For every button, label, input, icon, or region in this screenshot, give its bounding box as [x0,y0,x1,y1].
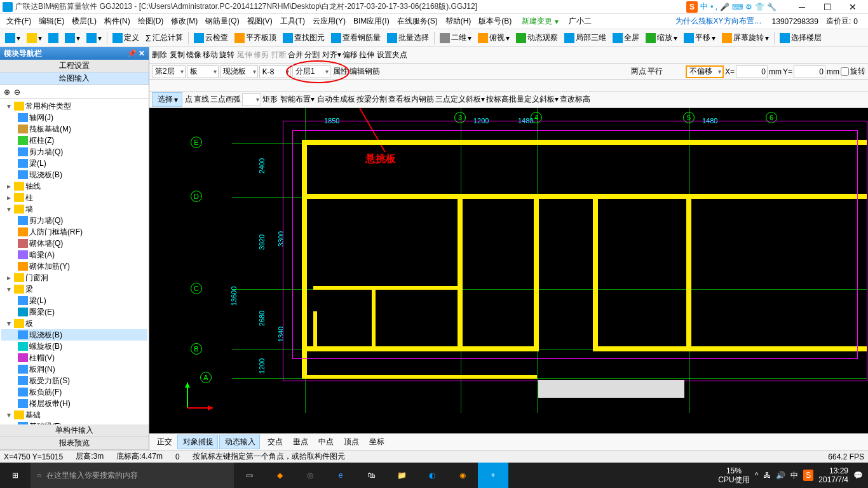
check-elev-button[interactable]: 查改标高 [560,94,590,105]
merge-button[interactable]: 合并 [288,50,303,60]
task-ggj[interactable]: + [478,463,508,488]
beans-display[interactable]: 造价豆:0 [822,16,865,27]
smart-layout-button[interactable]: 智能布置▾ [280,94,315,105]
category-select[interactable]: 板 [187,65,219,78]
extend-button[interactable]: 延伸 [237,50,252,60]
hint-link[interactable]: 为什么筏板XY方向布置… [672,16,766,27]
redo-button[interactable]: ▾ [84,32,104,44]
menu-bim[interactable]: BIM应用(I) [349,14,393,29]
pin-icon[interactable]: 📌 ✕ [127,49,145,58]
snap-coord[interactable]: 坐标 [364,435,388,449]
menu-view[interactable]: 视图(V) [243,14,276,29]
slope-3pt-button[interactable]: 三点定义斜板▾ [435,94,485,105]
menu-file[interactable]: 文件(F) [3,14,35,29]
local-3d-button[interactable]: 局部三维 [562,31,609,44]
menu-rebar[interactable]: 钢筋量(Q) [201,14,243,29]
fullscreen-button[interactable]: 全屏 [610,31,642,44]
menu-component[interactable]: 构件(N) [100,14,134,29]
task-store[interactable]: 🛍 [356,463,386,488]
tab-report[interactable]: 报表预览 [0,437,149,450]
collapse-all-icon[interactable]: ⊖ [14,88,20,97]
task-app4[interactable]: ◉ [447,463,478,488]
view-board-rebar-button[interactable]: 查看板内钢筋 [388,94,434,105]
task-app3[interactable]: ◐ [417,463,447,488]
tree-item[interactable]: 框柱(Z) [1,135,147,146]
tree-item[interactable]: 现浇板(B) [1,329,147,341]
phone-display[interactable]: 13907298339 [766,17,822,26]
task-view-icon[interactable]: ▭ [234,463,264,488]
tree-toggle-icon[interactable]: ▸ [5,182,13,191]
tree-item[interactable]: 暗梁(A) [1,249,147,261]
menu-help[interactable]: 帮助(H) [442,14,475,29]
tree-item[interactable]: 现浇板(B) [1,169,147,180]
component-tree[interactable]: ▾常用构件类型轴网(J)筏板基础(M)框柱(Z)剪力墙(Q)梁(L)现浇板(B)… [0,99,149,424]
task-app2[interactable]: ◎ [295,463,325,488]
menu-edit[interactable]: 编辑(E) [35,14,68,29]
pan-button[interactable]: 平移▾ [681,31,718,44]
tree-toggle-icon[interactable]: ▾ [5,205,13,214]
flat-button[interactable]: 平齐板顶 [232,31,279,44]
grip-button[interactable]: 设置夹点 [377,50,407,60]
define-button[interactable]: 定义 [110,31,142,44]
delete-button[interactable]: 删除 [152,50,167,60]
ime-icon[interactable]: S [686,1,698,13]
tree-toggle-icon[interactable]: ▾ [5,410,13,419]
tree-toggle-icon[interactable]: ▾ [5,319,13,328]
y-input[interactable] [794,65,825,78]
tree-item[interactable]: 板洞(N) [1,363,147,375]
tray-sound-icon[interactable]: 🔊 [776,471,785,480]
tray-clock[interactable]: 13:29 2017/7/4 [818,466,848,484]
two-point-button[interactable]: 两点 [631,66,646,77]
drawing-canvas[interactable]: E D C B A 3 4 5 6 1850 1200 1480 1480 24… [149,108,868,433]
menu-modify[interactable]: 修改(M) [167,14,201,29]
name-select[interactable]: K-8 [259,65,291,78]
sum-button[interactable]: Σ汇总计算 [143,31,186,44]
tray-ime-icon[interactable]: 中 [790,470,798,481]
trim-button[interactable]: 修剪 [254,50,269,60]
floor-select[interactable]: 第2层 [152,65,186,78]
property-button[interactable]: 属性 [333,66,348,77]
slope-elev-button[interactable]: 按标高批量定义斜板▾ [486,94,559,105]
batch-select-button[interactable]: 批量选择 [384,31,431,44]
osnap-toggle[interactable]: 对象捕捉 [177,435,218,449]
cpu-meter[interactable]: 15% CPU使用 [718,466,749,484]
tree-group[interactable]: ▸门窗洞 [1,272,147,283]
tab-single-input[interactable]: 单构件输入 [0,424,149,437]
user-info[interactable]: 广小二 [562,16,595,27]
type-select[interactable]: 现浇板 [220,65,258,78]
tree-item[interactable]: 板负筋(F) [1,386,147,398]
view-rebar-button[interactable]: 查看钢筋量 [329,31,383,44]
snap-cross[interactable]: 交点 [262,435,287,449]
split-button[interactable]: 分割 [304,50,320,60]
arc-tool[interactable]: 三点画弧 [210,94,241,105]
tree-toggle-icon[interactable]: ▾ [5,285,13,294]
open-button[interactable]: ▾ [24,32,44,44]
new-change-button[interactable]: 新建变更▾ [515,16,562,27]
tray-network-icon[interactable]: 🖧 [763,471,771,480]
tray-notifications-icon[interactable]: 💬 [853,471,863,480]
tree-group[interactable]: ▸柱 [1,192,147,203]
tree-item[interactable]: 砌体加筋(Y) [1,261,147,272]
offset-button[interactable]: 偏移 [342,50,358,60]
tree-group[interactable]: ▾墙 [1,203,147,215]
tree-group[interactable]: ▸轴线 [1,180,147,192]
wrench-icon[interactable]: 🔧 [767,3,776,11]
select-tool[interactable]: 选择▾ [152,92,182,107]
minimize-button[interactable]: ─ [789,0,815,14]
copy-button[interactable]: 复制 [170,50,185,60]
tshirt-icon[interactable]: 👕 [755,3,764,11]
new-button[interactable]: ▾ [3,32,23,44]
tray-up-icon[interactable]: ^ [755,471,759,480]
screen-rotate-button[interactable]: 屏幕旋转▾ [719,31,771,44]
menu-draw[interactable]: 绘图(D) [134,14,168,29]
edit-rebar-button[interactable]: 编辑钢筋 [349,66,380,77]
menu-version[interactable]: 版本号(B) [475,14,515,29]
tree-item[interactable]: 剪力墙(Q) [1,146,147,158]
align-button[interactable]: 对齐▾ [322,50,341,60]
menu-tools[interactable]: 工具(T) [276,14,309,29]
tab-draw-input[interactable]: 绘图输入 [0,72,149,85]
offset-mode-select[interactable]: 不偏移 [686,65,724,78]
maximize-button[interactable]: ☐ [815,0,840,14]
layer-select[interactable]: 分层1 [292,65,330,78]
rect-tool[interactable]: 矩形 [262,94,278,105]
